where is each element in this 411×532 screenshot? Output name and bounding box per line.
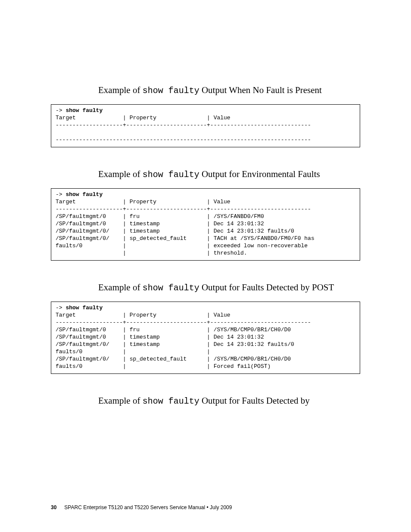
terminal-body: Target | Property | Value --------------… [56, 115, 311, 143]
command: show faulty [65, 191, 103, 198]
prompt: -> [56, 305, 65, 311]
command: show faulty [65, 305, 103, 311]
heading-detected-by: Example of show faulty Output for Faults… [98, 395, 360, 407]
page-number: 30 [51, 504, 56, 510]
heading-command: show faulty [143, 283, 199, 293]
heading-text: Example of [98, 169, 143, 179]
heading-text: Example of [98, 282, 143, 292]
terminal-output-environmental: -> show faulty Target | Property | Value… [51, 188, 360, 261]
prompt: -> [56, 191, 65, 198]
heading-command: show faulty [143, 86, 199, 96]
prompt: -> [56, 107, 65, 114]
terminal-output-no-fault: -> show faulty Target | Property | Value… [51, 104, 360, 147]
command: show faulty [65, 107, 103, 114]
heading-no-fault: Example of show faulty Output When No Fa… [98, 84, 360, 96]
heading-text: Output for Faults Detected by POST [199, 282, 334, 292]
page: Example of show faulty Output When No Fa… [0, 0, 411, 532]
heading-text: Output for Faults Detected by [199, 395, 310, 406]
terminal-body: Target | Property | Value --------------… [56, 199, 314, 256]
heading-environmental: Example of show faulty Output for Enviro… [98, 168, 360, 180]
heading-post: Example of show faulty Output for Faults… [98, 281, 360, 294]
heading-command: show faulty [143, 396, 199, 406]
heading-text: Example of [98, 395, 143, 406]
terminal-output-post: -> show faulty Target | Property | Value… [51, 302, 360, 374]
terminal-body: Target | Property | Value --------------… [56, 312, 311, 369]
heading-command: show faulty [143, 170, 199, 180]
heading-text: Example of [98, 85, 143, 95]
heading-text: Output When No Fault is Present [199, 85, 322, 95]
footer-text: SPARC Enterprise T5120 and T5220 Servers… [64, 504, 232, 510]
heading-text: Output for Environmental Faults [199, 169, 320, 179]
page-footer: 30SPARC Enterprise T5120 and T5220 Serve… [51, 504, 232, 510]
